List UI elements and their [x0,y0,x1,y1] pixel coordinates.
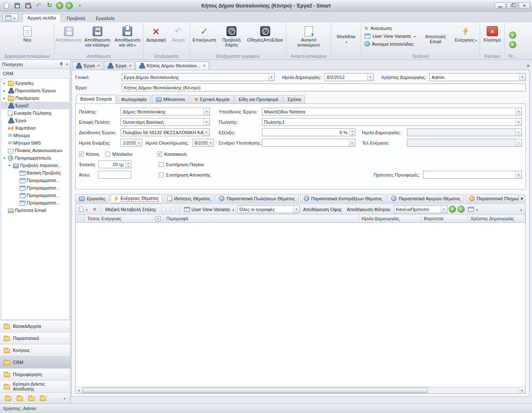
tab-comments[interactable]: Σχόλια [283,95,305,103]
parent-combo[interactable]: Εργα Δήμου Θεσσαλονίκης [122,73,275,81]
column-header-created-date[interactable]: Ημνία Δημιουργίας [359,215,421,222]
ribbon-tab-view[interactable]: Προβολή [62,14,90,22]
grid-previous-button[interactable] [449,206,456,213]
folder-shortcut-icon[interactable] [28,396,34,401]
balcony-checkbox[interactable]: Μπαλκόνι [105,152,132,157]
document-tab-kipos[interactable]: Κήπος Δήμου Θεσσαλον...× [135,61,209,70]
column-header-action-type[interactable]: Τύπος Ενέργειας [85,215,164,222]
creation-date-picker[interactable] [407,128,522,136]
construction-checkbox[interactable]: Κατασκευή [157,152,186,157]
qat-back-button[interactable] [56,2,63,9]
app-icon-button[interactable] [2,2,10,10]
close-tab-button[interactable]: × [203,64,205,68]
sidebar-item-parametroi[interactable]: Παράμετροι [1,94,69,102]
expand-icon[interactable] [2,89,7,93]
save-view-button[interactable]: Αποθήκευση Οψης [301,206,343,213]
qat-undo-button[interactable]: ↶ [34,2,43,10]
sidebar-section-krisimoi-deiktes[interactable]: Κρίσιμοι Δείκτες Απόδοσης [0,380,70,392]
qat-save-close-button[interactable] [24,2,32,10]
chevron-down-icon[interactable] [367,74,373,81]
salesman-combo[interactable]: Πωλητής1 [262,118,522,126]
sidebar-item-provoli-parallages[interactable]: Προβολή παραλλα... [1,162,69,169]
spin-down-icon[interactable] [126,165,131,168]
grid-tab-parastatika-poliseon[interactable]: Παραστατικά Πωλήσεων Θέματος [215,194,298,203]
ribbon-tab-tools[interactable]: Εργαλεία [91,14,120,22]
tab-milestones[interactable]: Milestones [152,95,190,103]
contact-combo[interactable]: Ουτσετάρη Βασιλική [121,118,210,126]
expand-icon[interactable] [2,81,7,85]
next-record-button[interactable] [509,41,516,48]
area-spinner[interactable]: 20 τμ [98,160,131,168]
close-record-button[interactable]: × Κλείσιμο [481,24,504,53]
sidebar-section-parastatika[interactable]: Παραστατικά [0,332,70,344]
close-window-button[interactable]: × [519,2,530,9]
chevron-down-icon[interactable] [441,206,447,213]
save-new-button[interactable]: Αποθήκευση και νέα [113,24,143,53]
collapse-icon[interactable] [7,164,12,167]
chevron-down-icon[interactable] [203,118,209,125]
minimize-button[interactable] [495,2,506,9]
scroll-right-icon[interactable]: ▸ [519,387,525,393]
save-close-button[interactable]: Αποθήκευση και κλείσιμο [83,24,112,53]
progress-spinner[interactable]: 0 % [262,128,355,136]
paste-button[interactable] [169,206,177,213]
scroll-tabs-right-button[interactable]: ▶ [519,194,526,202]
template-combo[interactable]: ΚανέναΠρότυπο [394,205,447,213]
spin-up-icon[interactable] [350,129,355,133]
sidebar-item-programmatismos-view-3[interactable]: Προγραμματισ... [1,192,69,199]
restore-button[interactable] [507,2,518,9]
refresh-button[interactable]: ↻Ανανέωση [363,25,417,31]
close-tab-button[interactable]: × [129,64,131,68]
actions-button[interactable]: Ενέργειες [453,24,478,53]
maintenance-cut-checkbox[interactable]: Συντήρηση Αποκοπής [159,172,211,177]
grid-tab-idiotites-thematos[interactable]: Ιδιότητες Θέματος [164,194,214,203]
spin-up-icon[interactable] [126,161,131,165]
scrollbar-track[interactable] [82,387,519,393]
qat-customize-button[interactable] [75,2,84,10]
garden-checkbox[interactable]: Κήπος [79,152,99,157]
folder-shortcut-icon[interactable] [40,396,46,401]
collapse-icon[interactable] [2,156,7,160]
other-input[interactable] [98,171,131,179]
open-webpage-button[interactable]: Άνοιγμα Ιστοσελίδας [363,41,417,47]
last-action-combo[interactable] [407,139,522,147]
created-date-picker[interactable]: 8/2/2012 [325,73,374,81]
chevron-down-icon[interactable] [293,206,299,213]
created-by-combo[interactable]: Admin [429,73,526,81]
new-button[interactable]: Νέα [15,24,40,53]
chevron-down-icon[interactable] [515,171,522,178]
validate-button[interactable]: ✓ Επικύρωση [191,24,218,53]
start-date-picker[interactable]: 1/2/20 [121,139,142,147]
chevron-down-icon[interactable] [515,118,522,125]
maintenance-fixed-checkbox[interactable]: Συντήρηση Παγίου [159,162,204,167]
sidebar-item-protypa-email[interactable]: Πρότυπα Email [1,206,69,214]
chevron-down-icon[interactable] [515,139,522,146]
grid-tab-ergasies[interactable]: Εργασίες [75,194,109,203]
directions-button[interactable]: ΟδηγίεςΑποΕδρα [245,24,285,53]
expand-icon[interactable] [2,96,7,100]
cancel-button[interactable]: ↶ Άκυρο [169,24,189,53]
chevron-down-icon[interactable] [203,129,209,136]
chevron-down-icon[interactable] [515,108,522,115]
column-header-description[interactable]: Περιγραφή [164,215,359,222]
pin-icon[interactable] [59,62,64,67]
sidebar-item-programmatismos[interactable]: Προγραμματισμός [1,154,69,162]
chevron-down-icon[interactable] [268,74,274,81]
spin-down-icon[interactable] [350,133,355,136]
column-header-created-by[interactable]: Χρήστης Δημιουργίας [468,215,525,222]
records-filter-combo[interactable]: Όλες οι εγγραφές [237,205,300,213]
grid-next-button[interactable] [458,206,465,213]
send-email-button[interactable]: Αποστολή Email [419,24,453,53]
close-tab-button[interactable]: × [98,64,100,68]
address-combo[interactable]: Πολυβίου 56 55132 ΘΕΣΣΑΛΟΝΙΚΗ ΚΑ... [121,128,210,136]
sidebar-item-erga[interactable]: Έργα [1,117,69,124]
more-buttons-chevron[interactable] [63,396,65,401]
qat-save-button[interactable] [13,2,21,10]
sidebar-section-crm[interactable]: CRM [0,356,70,368]
sidebar-item-minyma-sms[interactable]: ✉Μήνυμα SMS [1,139,69,147]
chevron-down-icon[interactable] [519,74,525,81]
sidebar-item-programmatismos-view-1[interactable]: Προγραμματισ... [1,177,69,184]
sidebar-item-pinakas-anakoinoseon[interactable]: Πίνακας Ανακοινώσεων [1,147,69,154]
end-date-picker[interactable]: 8/2/20 [192,139,214,147]
close-all-tabs-button[interactable]: × [527,63,530,68]
